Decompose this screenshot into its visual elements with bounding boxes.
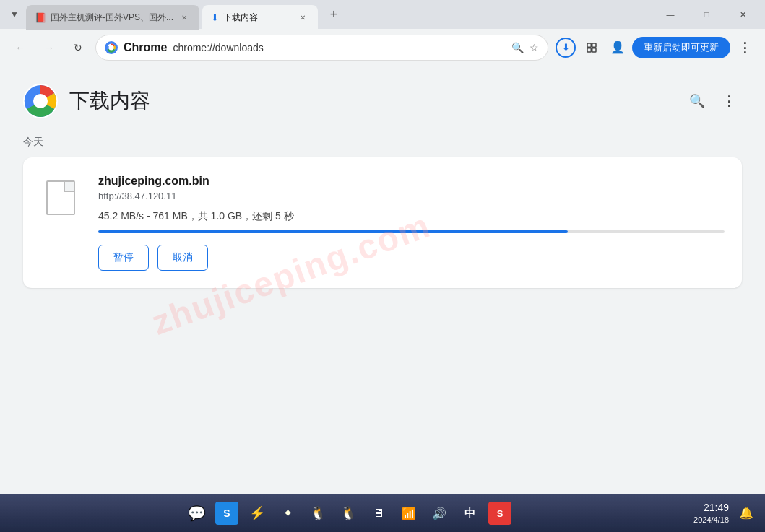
tab-active[interactable]: ⬇ 下载内容 ✕ [202, 5, 318, 30]
minimize-button[interactable]: — [654, 3, 687, 26]
download-info: zhujiceping.com.bin http://38.47.120.11 … [98, 175, 725, 271]
taskbar-screen[interactable]: 🖥 [367, 502, 390, 525]
download-card: zhujiceping.com.bin http://38.47.120.11 … [23, 157, 742, 288]
svg-point-9 [33, 94, 48, 108]
more-button[interactable]: ⋮ [733, 36, 756, 59]
download-filename: zhujiceping.com.bin [98, 175, 725, 188]
download-status: 45.2 MB/s - 761 MB，共 1.0 GB，还剩 5 秒 [98, 210, 725, 223]
chrome-logo-icon [105, 41, 118, 54]
bookmark-icon[interactable]: ☆ [530, 42, 539, 53]
taskbar-bluetooth[interactable]: ⚡ [246, 502, 269, 525]
taskbar-right: 21:49 2024/4/18 🔔 [693, 501, 756, 526]
svg-rect-6 [592, 48, 596, 51]
taskbar-datetime: 21:49 2024/4/18 [693, 501, 729, 526]
page-actions: 🔍 ⋮ [684, 88, 742, 114]
more-options-button[interactable]: ⋮ [716, 88, 742, 114]
notification-button[interactable]: 🔔 [736, 503, 756, 523]
taskbar: 💬 S ⚡ ✦ 🐧 🐧 🖥 📶 🔊 中 S 21:49 2024/4/18 🔔 [0, 494, 765, 532]
progress-bar-container [98, 230, 725, 233]
search-icon[interactable]: 🔍 [511, 42, 524, 53]
taskbar-date-text: 2024/4/18 [693, 515, 729, 526]
download-circle-icon: ⬇ [556, 38, 576, 58]
tab2-title: 下载内容 [223, 12, 292, 24]
svg-point-2 [109, 45, 114, 50]
taskbar-qq2[interactable]: 🐧 [337, 502, 360, 525]
back-button[interactable]: ← [9, 36, 32, 59]
forward-button[interactable]: → [38, 36, 61, 59]
new-tab-button[interactable]: + [324, 4, 344, 25]
tab1-title: 国外主机测评-国外VPS、国外... [51, 12, 173, 24]
search-downloads-button[interactable]: 🔍 [684, 88, 710, 114]
extensions-button[interactable] [580, 36, 603, 59]
taskbar-lights[interactable]: ✦ [276, 502, 299, 525]
address-bar[interactable]: Chrome chrome://downloads 🔍 ☆ [95, 35, 548, 61]
page-title: 下载内容 [69, 87, 150, 115]
tab-scroll-left[interactable]: ▼ [6, 6, 23, 23]
tab2-favicon: ⬇ [211, 12, 219, 23]
close-button[interactable]: ✕ [726, 3, 759, 26]
taskbar-shuang[interactable]: S [215, 502, 238, 525]
svg-rect-4 [592, 43, 596, 47]
main-content: zhujiceping.com 下载内容 🔍 ⋮ 今天 [0, 66, 765, 494]
svg-rect-3 [587, 43, 591, 47]
profile-button[interactable]: 👤 [606, 36, 629, 59]
toolbar: ← → ↻ Chrome chrome://downloads 🔍 ☆ ⬇ [0, 29, 765, 66]
tab1-close-button[interactable]: ✕ [178, 11, 191, 24]
taskbar-sogou[interactable]: S [488, 502, 511, 525]
taskbar-time-text: 21:49 [693, 501, 729, 515]
tab-inactive[interactable]: 📕 国外主机测评-国外VPS、国外... ✕ [26, 5, 199, 30]
toolbar-right: ⬇ 👤 重新启动即可更新 ⋮ [554, 36, 756, 59]
svg-rect-5 [587, 48, 591, 51]
address-brand: Chrome [124, 41, 167, 54]
taskbar-wechat[interactable]: 💬 [185, 502, 208, 525]
chrome-logo-large-icon [23, 84, 58, 118]
taskbar-wifi[interactable]: 📶 [397, 502, 420, 525]
file-icon-area [40, 175, 81, 215]
section-today-label: 今天 [23, 136, 742, 149]
taskbar-volume[interactable]: 🔊 [428, 502, 451, 525]
page-header: 下载内容 🔍 ⋮ [23, 84, 742, 118]
taskbar-lang[interactable]: 中 [458, 502, 481, 525]
download-actions: 暂停 取消 [98, 245, 725, 271]
taskbar-icons: 💬 S ⚡ ✦ 🐧 🐧 🖥 📶 🔊 中 S [9, 502, 688, 525]
downloads-icon-button[interactable]: ⬇ [554, 36, 577, 59]
address-url: chrome://downloads [173, 42, 506, 53]
maximize-button[interactable]: □ [690, 3, 723, 26]
file-icon [46, 180, 75, 215]
pause-button[interactable]: 暂停 [98, 245, 149, 271]
puzzle-icon [585, 41, 598, 54]
title-bar: ▼ 📕 国外主机测评-国外VPS、国外... ✕ ⬇ 下载内容 ✕ + — □ … [0, 0, 765, 29]
update-button[interactable]: 重新启动即可更新 [632, 37, 730, 58]
page-title-area: 下载内容 [23, 84, 150, 118]
download-url: http://38.47.120.11 [98, 191, 725, 201]
taskbar-qq1[interactable]: 🐧 [306, 502, 329, 525]
tab1-favicon: 📕 [35, 12, 46, 23]
progress-bar-fill [98, 230, 568, 233]
tab2-close-button[interactable]: ✕ [296, 11, 309, 24]
refresh-button[interactable]: ↻ [66, 36, 90, 59]
cancel-button[interactable]: 取消 [157, 245, 208, 271]
